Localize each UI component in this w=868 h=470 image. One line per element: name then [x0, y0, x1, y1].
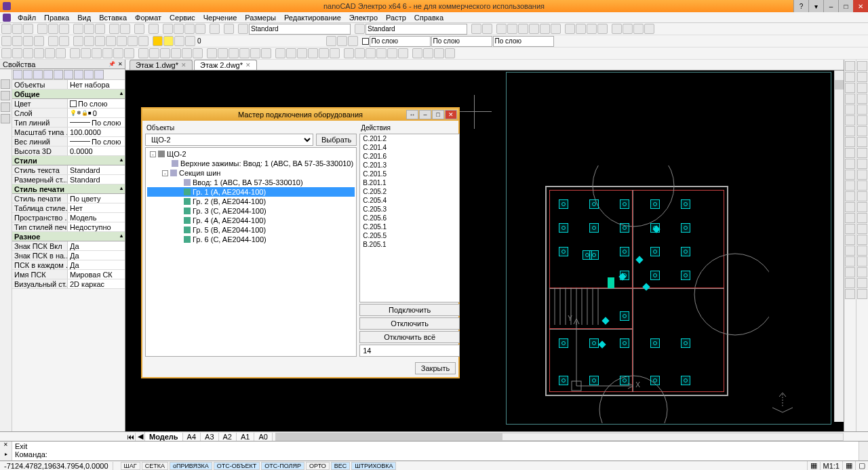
draw-tool-5[interactable]: [56, 48, 66, 58]
props-section[interactable]: Стили▴: [12, 156, 125, 165]
light-fixture[interactable]: [589, 250, 599, 260]
right-tool-0-2[interactable]: [845, 83, 855, 93]
count-input[interactable]: [359, 345, 460, 357]
new-icon[interactable]: [1, 24, 12, 34]
layout-tab-A2[interactable]: A2: [219, 433, 237, 441]
clr-icon[interactable]: [348, 36, 358, 46]
tb-btn-b[interactable]: [482, 24, 492, 34]
pin-icon[interactable]: 📌: [108, 61, 115, 68]
light-fixture[interactable]: [650, 338, 660, 348]
status-toggle-ШАГ[interactable]: ШАГ: [121, 462, 140, 470]
light-fixture[interactable]: [681, 271, 690, 280]
draw-tool-13[interactable]: [149, 48, 159, 58]
menu-правка[interactable]: Правка: [40, 14, 73, 22]
tb-btn-h[interactable]: [551, 24, 561, 34]
props-value[interactable]: 2D каркас: [68, 279, 125, 288]
right-tool-1-10[interactable]: [857, 170, 867, 180]
right-tool-1-19[interactable]: [857, 267, 867, 277]
right-tool-0-16[interactable]: [845, 235, 855, 245]
cmd-history-icon[interactable]: ▸: [0, 451, 12, 461]
list-item[interactable]: B.201.1: [360, 178, 459, 187]
draw-tool-4[interactable]: [45, 48, 55, 58]
right-tool-1-15[interactable]: [857, 224, 867, 234]
close-button[interactable]: ✕: [853, 0, 868, 12]
props-section[interactable]: Разное▴: [12, 232, 125, 241]
draw-tool-10[interactable]: [113, 48, 123, 58]
color-bylayer-combo[interactable]: [370, 36, 431, 47]
light-fixture[interactable]: [681, 223, 690, 233]
command-text[interactable]: Exit Команда:: [12, 442, 859, 461]
right-tool-1-14[interactable]: [857, 213, 867, 223]
light-fixture[interactable]: [681, 376, 690, 385]
list-item[interactable]: C.201.4: [360, 143, 459, 152]
tb-btn-l[interactable]: [597, 24, 608, 34]
status-toggle-ШТРИХОВКА[interactable]: ШТРИХОВКА: [351, 462, 396, 470]
props-tb-6[interactable]: [64, 70, 73, 79]
props-value[interactable]: Да: [68, 251, 125, 260]
right-tool-0-14[interactable]: [845, 213, 855, 223]
layout-tab-A1[interactable]: A1: [237, 433, 254, 441]
dimstyle-icon[interactable]: [355, 24, 365, 34]
measure-icon[interactable]: [134, 24, 144, 34]
tree-toggle-icon[interactable]: -: [150, 151, 156, 157]
props-value[interactable]: 💡❄🔒■0: [68, 109, 125, 117]
status-extra-3[interactable]: ▢: [855, 461, 868, 470]
command-scroll[interactable]: [859, 442, 868, 461]
disconnect-button[interactable]: Отключить: [359, 317, 460, 330]
draw-tool-1[interactable]: [12, 48, 22, 58]
right-tool-1-8[interactable]: [857, 148, 867, 158]
props-value[interactable]: По слою: [68, 118, 125, 127]
light-fixture[interactable]: [559, 199, 568, 209]
props-value[interactable]: Standard: [68, 165, 125, 174]
draw-tool-7[interactable]: [81, 48, 91, 58]
draw-tool-31[interactable]: [355, 48, 365, 58]
props-tb-4[interactable]: [43, 70, 53, 79]
doc-tab[interactable]: Этаж 2.dwg*✕: [194, 60, 257, 70]
tb-btn-p[interactable]: [644, 24, 654, 34]
layer-prev-icon[interactable]: [48, 36, 58, 46]
layout-tab-Модель[interactable]: Модель: [145, 433, 183, 441]
connect-button[interactable]: Подключить: [359, 304, 460, 316]
props-row[interactable]: Пространство ...Модель: [12, 213, 125, 222]
props-value[interactable]: Да: [68, 241, 125, 250]
layer-iso-icon[interactable]: [73, 36, 83, 46]
draw-tool-18[interactable]: [207, 48, 217, 58]
collapse-icon[interactable]: ▴: [120, 233, 123, 240]
right-tool-0-13[interactable]: [845, 202, 855, 212]
right-tool-0-21[interactable]: [845, 289, 855, 299]
lw-bylayer-combo[interactable]: [493, 36, 554, 47]
tree-item[interactable]: Ввод: 1 (ABC, ВА 57-35-330010): [147, 178, 355, 187]
text-style-combo[interactable]: [249, 24, 351, 35]
draw-tool-20[interactable]: [229, 48, 239, 58]
collapse-icon[interactable]: ▴: [120, 90, 123, 98]
draw-tool-32[interactable]: [366, 48, 376, 58]
props-value[interactable]: Мировая СК: [68, 270, 125, 279]
light-fixture[interactable]: [681, 338, 690, 348]
menu-файл[interactable]: Файл: [14, 14, 40, 22]
props-value[interactable]: Standard: [68, 175, 125, 184]
draw-tool-2[interactable]: [23, 48, 33, 58]
light-fixture[interactable]: [559, 247, 568, 256]
props-section[interactable]: Общие▴: [12, 90, 125, 99]
props-row[interactable]: Имя ПСКМировая СК: [12, 270, 125, 279]
help-button[interactable]: ?: [793, 0, 808, 12]
props-value[interactable]: Нет: [68, 203, 125, 212]
tree-item[interactable]: Гр. 3 (C, AE2044-100): [147, 206, 355, 216]
draw-tool-38[interactable]: [434, 48, 444, 58]
canvas-vscroll[interactable]: [834, 71, 844, 422]
right-tool-1-7[interactable]: [857, 137, 867, 147]
tb-btn-g[interactable]: [540, 24, 550, 34]
lw-icon[interactable]: [337, 36, 347, 46]
dim-style-combo[interactable]: [366, 24, 467, 35]
tb-btn-d[interactable]: [507, 24, 517, 34]
right-tool-0-12[interactable]: [845, 191, 855, 201]
props-row[interactable]: Знак ПСК в на...Да: [12, 251, 125, 260]
menu-растр[interactable]: Растр: [382, 14, 410, 22]
tree-item[interactable]: -ЩО-2: [147, 149, 355, 159]
menu-справка[interactable]: Справка: [410, 14, 448, 22]
layer-uniso-icon[interactable]: [84, 36, 94, 46]
open-icon[interactable]: [12, 24, 22, 34]
right-tool-1-16[interactable]: [857, 235, 867, 245]
draw-tool-26[interactable]: [297, 48, 307, 58]
props-row[interactable]: Масштаб типа ...100.0000: [12, 128, 125, 137]
